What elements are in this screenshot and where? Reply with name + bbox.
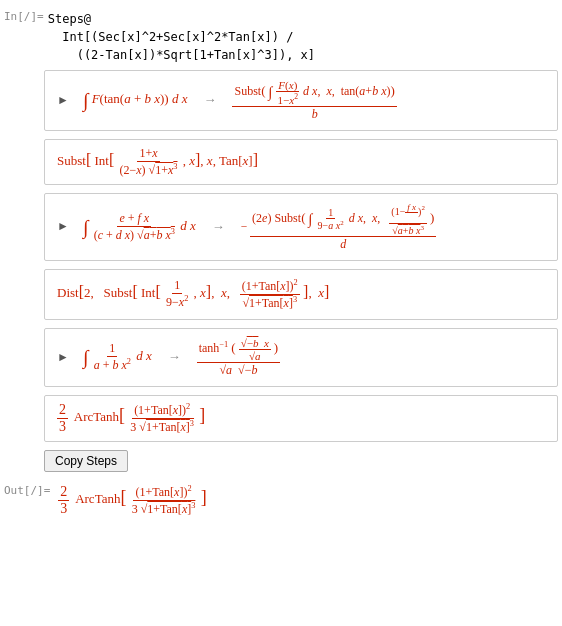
step1-arrow: → (203, 92, 216, 108)
subst-box-1: Subst[ Int[ 1+x (2−x) √1+x3 , x], x, Tan… (44, 139, 558, 185)
step2-result: − (2e) Subst( ∫ 1 9−a x2 d x, x, (1−f (241, 202, 437, 252)
step3-integral: ∫ 1 a + b x2 d x (83, 341, 152, 373)
step1-result: Subst( ∫ F(x) 1−x2 d x, x, tan(a+b x)) b (232, 79, 396, 122)
dist-box: Dist[2, Subst[ Int[ 1 9−x2 , x], x, (1+T… (44, 269, 558, 320)
step-box-3: ► ∫ 1 a + b x2 d x → tanh−1 ( (44, 328, 558, 387)
subst1-expr: Subst[ Int[ 1+x (2−x) √1+x3 , x], x, Tan… (57, 153, 258, 168)
dist-expr: Dist[2, Subst[ Int[ 1 9−x2 , x], x, (1+T… (57, 285, 329, 300)
output-expr: 2 3 ArcTanh[ (1+Tan[x])2 3 √1+Tan[x]3 ] (58, 484, 206, 517)
step-arrow-1: ► (57, 93, 69, 108)
input-label: In[/]= (4, 10, 48, 23)
steps-container: ► ∫ F(tan(a + b x)) d x → Subst( ∫ F(x) … (44, 70, 558, 480)
copy-steps-button[interactable]: Copy Steps (44, 450, 128, 472)
step1-integral: ∫ F(tan(a + b x)) d x (83, 90, 188, 110)
step-box-2: ► ∫ e + f x (c + d x) √a+b x3 d x → − (2… (44, 193, 558, 261)
step2-integral: ∫ e + f x (c + d x) √a+b x3 d x (83, 211, 196, 243)
step3-result: tanh−1 ( √−b x √a ) √a √−b (197, 337, 280, 378)
final-subst-box: 2 3 ArcTanh[ (1+Tan[x])2 3 √1+Tan[x]3 ] (44, 395, 558, 442)
step-arrow-3: ► (57, 350, 69, 365)
input-code: Steps@ Int[(Sec[x]^2+Sec[x]^2*Tan[x]) / … (48, 10, 323, 68)
step2-arrow: → (212, 219, 225, 235)
final-subst-expr: 2 3 ArcTanh[ (1+Tan[x])2 3 √1+Tan[x]3 ] (57, 409, 205, 424)
output-label: Out[/]= (4, 484, 54, 497)
step3-arrow: → (168, 349, 181, 365)
step-box-1: ► ∫ F(tan(a + b x)) d x → Subst( ∫ F(x) … (44, 70, 558, 131)
output-row: Out[/]= 2 3 ArcTanh[ (1+Tan[x])2 3 √1+Ta… (0, 480, 562, 521)
step-arrow-2: ► (57, 219, 69, 234)
page: In[/]= Steps@ Int[(Sec[x]^2+Sec[x]^2*Tan… (0, 0, 562, 529)
